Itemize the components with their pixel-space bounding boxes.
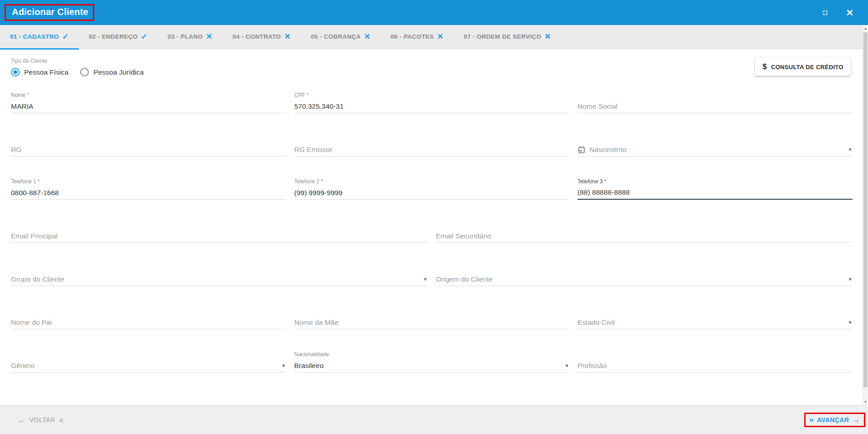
radio-pessoa-fisica[interactable]: Pessoa Física (11, 68, 68, 76)
dialog-header: Adicionar Cliente ✕ (0, 0, 868, 25)
email-secundario-input[interactable] (436, 232, 853, 240)
voltar-button[interactable]: ← VOLTAR « (17, 415, 64, 424)
field-nome: Nome* (11, 92, 286, 113)
field-email-principal (11, 222, 428, 243)
tab-label: 02 - ENDEREÇO (89, 33, 138, 40)
field-genero: ▾ (11, 351, 286, 373)
telefone-3-input[interactable] (577, 188, 853, 197)
radio-selected-icon (11, 68, 20, 76)
dialog-footer: ← VOLTAR « » AVANÇAR → (0, 405, 868, 434)
nascimento-input[interactable] (589, 146, 845, 154)
estado-civil-select[interactable] (577, 318, 845, 327)
tab-04-contrato[interactable]: 04 - CONTRATO ✕ (223, 25, 301, 50)
chevron-down-icon[interactable]: ▾ (848, 319, 853, 325)
tab-label: 05 - COBRANÇA (311, 33, 361, 40)
nacionalidade-select[interactable] (294, 362, 562, 370)
field-nome-social (577, 92, 853, 113)
nome-da-mae-input[interactable] (294, 318, 569, 327)
page-title: Adicionar Cliente (12, 7, 88, 17)
chevron-down-icon[interactable]: ▾ (565, 363, 569, 368)
cpf-input[interactable] (294, 102, 569, 111)
tab-label: 06 - PACOTES (391, 33, 434, 40)
nome-do-pai-input[interactable] (11, 318, 286, 327)
scrollbar[interactable]: ▲ ▼ (863, 25, 868, 405)
tab-02-endereco[interactable]: 02 - ENDEREÇO ✓ (79, 25, 158, 50)
double-chevron-left-icon: « (59, 415, 64, 424)
rg-emissor-input[interactable] (294, 146, 569, 154)
tab-07-ordem-de-servico[interactable]: 07 - ORDEM DE SERVIÇO ✕ (454, 25, 561, 50)
required-mark: * (37, 178, 40, 185)
telefone-1-input[interactable] (11, 189, 286, 197)
field-label: CPF (294, 92, 305, 98)
rg-input[interactable] (11, 146, 286, 154)
nome-social-input[interactable] (577, 102, 853, 111)
field-telefone-2: Telefone 2* (294, 178, 569, 200)
tab-03-plano[interactable]: 03 - PLANO ✕ (158, 25, 223, 50)
email-principal-input[interactable] (11, 232, 428, 240)
scroll-up-icon[interactable]: ▲ (863, 25, 868, 31)
scrollbar-thumb[interactable] (863, 32, 868, 387)
add-client-dialog: Adicionar Cliente ✕ 01 - CADASTRO ✓ 02 -… (0, 0, 868, 434)
field-email-secundario (436, 222, 853, 243)
chevron-down-icon[interactable]: ▾ (848, 146, 853, 152)
field-nome-da-mae (294, 308, 569, 329)
field-telefone-1: Telefone 1* (11, 178, 286, 200)
required-mark: * (27, 92, 29, 98)
x-icon: ✕ (206, 33, 213, 40)
chevron-down-icon[interactable]: ▾ (848, 276, 853, 282)
field-profissao (577, 351, 853, 373)
tab-label: 01 - CADASTRO (10, 33, 59, 40)
fullscreen-exit-icon[interactable] (820, 7, 831, 18)
field-label: Nome (11, 92, 26, 98)
radio-label: Pessoa Jurídica (93, 68, 143, 76)
nome-input[interactable] (11, 102, 286, 111)
tab-label: 03 - PLANO (168, 33, 203, 40)
chevron-down-icon[interactable]: ▾ (282, 363, 286, 368)
field-grupo-do-cliente: ▾ (11, 265, 428, 286)
field-telefone-3: Telefone 3* (577, 178, 853, 200)
tab-01-cadastro[interactable]: 01 - CADASTRO ✓ (0, 25, 79, 50)
avancar-label: AVANÇAR (817, 416, 849, 424)
required-mark: * (604, 178, 606, 185)
consulta-credito-label: CONSULTA DE CRÉDITO (771, 64, 843, 71)
field-label: Telefone 3 (577, 178, 602, 185)
tab-06-pacotes[interactable]: 06 - PACOTES ✕ (381, 25, 454, 50)
radio-pessoa-juridica[interactable]: Pessoa Jurídica (80, 68, 143, 76)
client-type-group: Tipo de Cliente Pessoa Física Pessoa Jur… (11, 58, 144, 76)
profissao-input[interactable] (577, 362, 853, 370)
field-label: Nacionalidade (294, 351, 329, 358)
avancar-button[interactable]: » AVANÇAR → (809, 415, 860, 424)
calendar-icon[interactable] (577, 146, 586, 154)
step-tabs: 01 - CADASTRO ✓ 02 - ENDEREÇO ✓ 03 - PLA… (0, 25, 868, 50)
dollar-icon: $ (762, 62, 767, 71)
chevron-down-icon[interactable]: ▾ (424, 276, 428, 282)
grupo-do-cliente-select[interactable] (11, 275, 420, 283)
origem-do-cliente-select[interactable] (436, 275, 845, 283)
field-nome-do-pai (11, 308, 286, 329)
field-rg-emissor (294, 135, 569, 156)
arrow-right-icon: → (853, 415, 860, 424)
telefone-2-input[interactable] (294, 189, 569, 197)
consulta-credito-button[interactable]: $ CONSULTA DE CRÉDITO (755, 58, 851, 76)
arrow-left-icon: ← (17, 415, 26, 424)
double-chevron-right-icon: » (809, 415, 814, 424)
window-controls: ✕ (820, 7, 855, 18)
radio-label: Pessoa Física (24, 68, 68, 76)
x-icon: ✕ (364, 33, 371, 40)
field-cpf: CPF* (294, 92, 569, 113)
avancar-annotation-box: » AVANÇAR → (804, 413, 865, 427)
field-estado-civil: ▾ (577, 308, 853, 329)
field-rg (11, 135, 286, 156)
voltar-label: VOLTAR (30, 416, 56, 424)
tab-05-cobranca[interactable]: 05 - COBRANÇA ✕ (301, 25, 380, 50)
scroll-down-icon[interactable]: ▼ (863, 399, 868, 405)
close-icon[interactable]: ✕ (844, 7, 855, 18)
field-nascimento: ▾ (577, 135, 853, 156)
genero-select[interactable] (11, 362, 278, 370)
tab-label: 04 - CONTRATO (233, 33, 281, 40)
required-mark: * (321, 178, 323, 185)
x-icon: ✕ (437, 33, 444, 40)
required-mark: * (306, 92, 309, 98)
tab-label: 07 - ORDEM DE SERVIÇO (464, 33, 541, 40)
field-label: Telefone 1 (11, 178, 36, 185)
